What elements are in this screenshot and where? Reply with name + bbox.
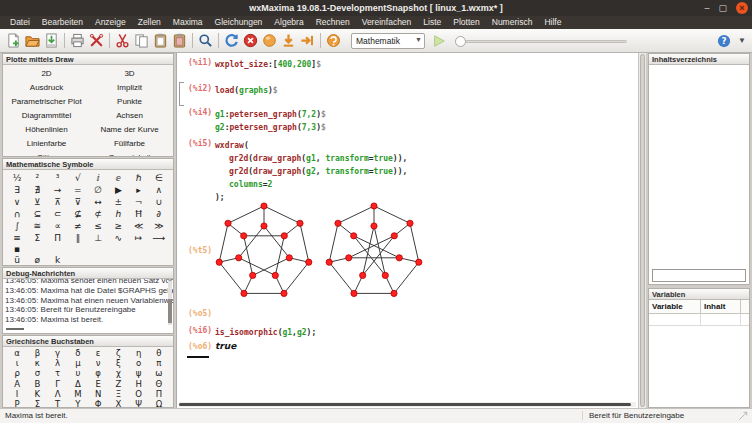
symbol-button[interactable]: Ħ — [129, 208, 149, 220]
greek-letter-button[interactable]: Μ — [68, 389, 88, 399]
symbol-button[interactable]: = — [68, 184, 88, 196]
interrupt-icon[interactable] — [241, 31, 260, 50]
greek-letter-button[interactable]: Ζ — [108, 379, 128, 389]
paste-icon[interactable] — [151, 31, 170, 50]
symbol-button[interactable]: ⊂ — [48, 208, 68, 220]
debug-scroll-thumb[interactable] — [168, 299, 172, 323]
symbol-button[interactable]: ½ — [7, 172, 27, 184]
symbol-button[interactable]: ≥ — [108, 220, 128, 232]
draw-tool-diagrammtitel[interactable]: Diagrammtitel — [5, 108, 88, 122]
symbol-button[interactable]: ∿ — [108, 232, 128, 244]
greek-letter-button[interactable]: Ο — [129, 389, 149, 399]
worksheet-hscroll-thumb[interactable] — [179, 403, 631, 406]
symbol-button[interactable]: ∈ — [149, 172, 169, 184]
toc-filter-input[interactable] — [652, 269, 746, 282]
minimize-button[interactable]: – — [704, 4, 709, 13]
greek-letter-button[interactable]: Ν — [88, 389, 108, 399]
greek-letter-button[interactable]: γ — [48, 348, 68, 358]
debug-vertical-scrollbar[interactable] — [168, 281, 172, 325]
greek-letter-button[interactable]: ζ — [108, 348, 128, 358]
greek-letter-button[interactable]: φ — [88, 368, 108, 378]
greek-letter-button[interactable]: Ξ — [108, 389, 128, 399]
menu-vereinfachen[interactable]: Vereinfachen — [356, 16, 418, 29]
greek-letter-button[interactable]: Ι — [7, 389, 27, 399]
symbol-button[interactable]: ∥ — [68, 232, 88, 244]
draw-tool-linienfarbe[interactable]: Linienfarbe — [5, 136, 88, 150]
draw-tool-genauigkeit[interactable]: Genauigkeit — [88, 150, 171, 157]
greek-letter-button[interactable]: Ρ — [7, 399, 27, 408]
greek-letter-button[interactable]: ι — [7, 358, 27, 368]
symbol-button[interactable]: ℏ — [129, 172, 149, 184]
draw-tool-achsen[interactable]: Achsen — [88, 108, 171, 122]
greek-letter-button[interactable]: Η — [129, 379, 149, 389]
symbol-button[interactable]: ∨ — [7, 196, 27, 208]
symbol-button[interactable]: ≅ — [27, 220, 47, 232]
draw-tool-h-henlinien[interactable]: Höhenlinien — [5, 122, 88, 136]
menu-numerisch[interactable]: Numerisch — [486, 16, 539, 29]
greek-letter-button[interactable]: Δ — [68, 379, 88, 389]
menu-zellen[interactable]: Zellen — [132, 16, 167, 29]
configure-icon[interactable] — [87, 31, 106, 50]
debug-horizontal-scroll-thumb[interactable] — [6, 328, 24, 330]
cut-icon[interactable] — [113, 31, 132, 50]
draw-tool-2d[interactable]: 2D — [5, 66, 88, 80]
draw-tool-parametrischer-plot[interactable]: Parametrischer Plot — [5, 94, 88, 108]
greek-letter-button[interactable]: η — [129, 348, 149, 358]
menu-anzeige[interactable]: Anzeige — [89, 16, 132, 29]
greek-letter-button[interactable]: ρ — [7, 368, 27, 378]
symbol-button[interactable]: ≡ — [7, 232, 27, 244]
greek-letter-button[interactable]: Ε — [88, 379, 108, 389]
evaluate-to-cursor-icon[interactable] — [298, 31, 317, 50]
greek-letter-button[interactable]: λ — [48, 358, 68, 368]
menu-liste[interactable]: Liste — [417, 16, 447, 29]
symbol-button[interactable]: ∅ — [88, 184, 108, 196]
menu-gleichungen[interactable]: Gleichungen — [209, 16, 269, 29]
greek-letter-button[interactable]: Θ — [149, 379, 169, 389]
worksheet[interactable]: (%i1)wxplot_size:[400,200]$(%i2)load(gra… — [176, 53, 638, 408]
symbol-button[interactable]: ▸ — [129, 184, 149, 196]
symbol-button[interactable]: ü — [7, 255, 27, 266]
symbol-button[interactable]: ℎ — [108, 208, 128, 220]
find-icon[interactable] — [196, 31, 215, 50]
restart-maxima-icon[interactable] — [222, 31, 241, 50]
worksheet-horizontal-scrollbar[interactable] — [179, 402, 636, 407]
help-icon[interactable]: ? — [714, 31, 733, 50]
greek-letter-button[interactable]: ξ — [108, 358, 128, 368]
greek-letter-button[interactable]: α — [7, 348, 27, 358]
symbol-button[interactable]: ⅇ — [108, 172, 128, 184]
symbol-button[interactable]: ⊄ — [88, 208, 108, 220]
symbol-button[interactable]: ø — [27, 255, 47, 266]
symbol-button[interactable]: ⊆ — [27, 208, 47, 220]
symbol-button[interactable]: ⊥ — [88, 232, 108, 244]
animation-slider[interactable] — [455, 34, 627, 48]
toolbar-overflow-icon[interactable]: ▼ — [736, 36, 748, 45]
symbol-button[interactable]: ⊻ — [27, 196, 47, 208]
menu-rechnen[interactable]: Rechnen — [310, 16, 356, 29]
symbol-button[interactable]: ⊽ — [68, 196, 88, 208]
symbol-button[interactable]: ▶ — [108, 184, 128, 196]
greek-letter-button[interactable]: Α — [7, 379, 27, 389]
variables-table-row[interactable] — [649, 314, 749, 326]
greek-letter-button[interactable]: Κ — [27, 389, 47, 399]
symbol-button[interactable]: Π — [48, 232, 68, 244]
open-icon[interactable] — [23, 31, 42, 50]
greek-letter-button[interactable]: π — [149, 358, 169, 368]
save-icon[interactable] — [42, 31, 61, 50]
menu-maxima[interactable]: Maxima — [167, 16, 209, 29]
greek-letter-button[interactable]: ν — [88, 358, 108, 368]
greek-letter-button[interactable]: Υ — [68, 399, 88, 408]
greek-letter-button[interactable]: κ — [27, 358, 47, 368]
symbol-button[interactable]: √ — [68, 172, 88, 184]
symbol-button[interactable]: ⊈ — [68, 208, 88, 220]
cell-code[interactable]: load(graphs)$ — [215, 84, 278, 97]
variable-name-cell[interactable] — [649, 314, 701, 325]
greek-letter-button[interactable]: Χ — [108, 399, 128, 408]
cell-code[interactable]: is_isomorphic(g1,g2); — [215, 326, 316, 339]
slider-handle[interactable] — [455, 36, 466, 47]
greek-letter-button[interactable]: χ — [108, 368, 128, 378]
symbol-button[interactable]: ³ — [48, 172, 68, 184]
cell-style-select[interactable]: Mathematik ▼ — [351, 33, 425, 49]
symbol-button[interactable]: ↔ — [88, 196, 108, 208]
greek-letter-button[interactable]: Λ — [48, 389, 68, 399]
greek-letter-button[interactable]: ω — [149, 368, 169, 378]
